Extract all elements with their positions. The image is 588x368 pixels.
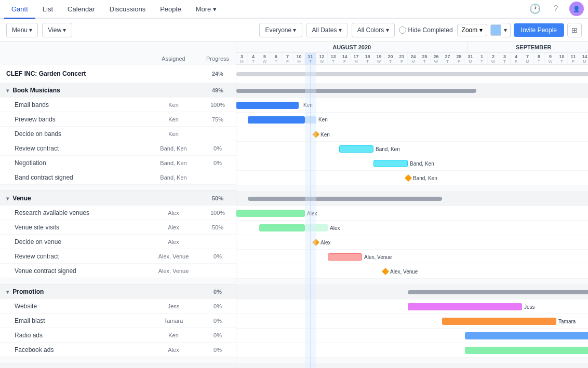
fullscreen-icon[interactable]: ⊞ (567, 23, 582, 37)
invite-people-button[interactable]: Invite People (514, 23, 564, 37)
progress-column-header: Progress (199, 56, 236, 62)
task-assigned-review-contract-m: Band, Ken (148, 145, 199, 152)
day-11: 11T (305, 53, 316, 64)
day-31: 31M (465, 53, 476, 64)
section-row-musicians[interactable]: ▾ Book Musicians 49% (0, 83, 236, 98)
bar-preview-bands-partial (305, 116, 316, 124)
bar-research-venues (236, 210, 305, 217)
avatar[interactable]: 👤 (569, 2, 584, 16)
everyone-filter[interactable]: Everyone ▾ (259, 23, 302, 37)
clock-icon[interactable]: 🕐 (528, 2, 542, 16)
bar-venue-visits-partial (305, 224, 328, 231)
task-progress-website: 0% (199, 303, 236, 309)
task-row-band-contract: Band contract signed Band, Ken (0, 170, 236, 185)
milestone-decide-venue (312, 238, 319, 246)
task-progress-review-contract-v: 0% (199, 253, 236, 260)
task-name-radio-ads: Radio ads (0, 332, 148, 339)
day-10: 10M (293, 53, 305, 64)
section-name-musicians: ▾ Book Musicians (0, 87, 148, 94)
task-name-preview-bands: Preview bands (0, 116, 148, 123)
nav-people[interactable]: People (153, 0, 188, 18)
hide-completed-toggle[interactable]: Hide Completed (399, 26, 453, 34)
bar-negotiation (373, 160, 408, 167)
nav-list[interactable]: List (35, 0, 60, 18)
gantt-decide-bands: Ken (236, 127, 588, 142)
day-19: 19W (373, 53, 385, 64)
section-name-venue: ▾ Venue (0, 195, 148, 202)
bar-review-contract-m (339, 145, 373, 153)
task-name-review-contract-m: Review contract (0, 145, 148, 152)
zoom-control[interactable]: Zoom ▾ (457, 24, 487, 36)
day-20: 20T (385, 53, 396, 64)
menu-button[interactable]: Menu ▾ (6, 23, 38, 37)
nav-discussions[interactable]: Discussions (102, 0, 153, 18)
task-row-decide-venue: Decide on venue Alex (0, 235, 236, 249)
day-7: 7F (282, 53, 293, 64)
day-21: 21F (396, 53, 408, 64)
colors-filter[interactable]: All Colors ▾ (352, 23, 395, 37)
task-progress-email-bands: 100% (199, 102, 236, 108)
task-row-decide-bands: Decide on bands Ken (0, 127, 236, 141)
label-preview-bands: Ken (318, 117, 328, 122)
bar-facebook-ads (465, 347, 588, 354)
day-3: 3M (236, 53, 248, 64)
task-name-website: Website (0, 303, 148, 310)
gantt-research-venues: Alex (236, 206, 588, 221)
task-assigned-radio-ads: Ken (148, 332, 199, 338)
month-row: AUGUST 2020 SEPTEMBER (236, 42, 588, 53)
gantt-content: AUGUST 2020 SEPTEMBER 3M 4T 5W 6T 7F 10M… (236, 42, 588, 368)
gantt-section-musicians (236, 84, 588, 98)
gantt-preview-bands: Ken (236, 113, 588, 127)
sep-day-1: 1T (476, 53, 488, 64)
nav-calendar[interactable]: Calendar (60, 0, 102, 18)
sep-day-4: 4F (511, 53, 522, 64)
sep-day-3: 3T (499, 53, 511, 64)
task-progress-negotiation: 0% (199, 160, 236, 166)
label-review-contract-m: Band, Ken (376, 146, 400, 152)
nav-gantt[interactable]: Gantt (4, 0, 35, 19)
color-picker[interactable] (490, 24, 502, 36)
task-progress-research-venues: 100% (199, 210, 236, 216)
day-5: 5W (259, 53, 271, 64)
task-progress-preview-bands: 75% (199, 116, 236, 122)
gantt-venue-contract: Alex, Venue (236, 264, 588, 279)
section-progress-venue: 50% (199, 195, 236, 201)
day-26: 26W (431, 53, 442, 64)
section-row-tickets[interactable]: ▾ Tickets 0% (0, 363, 236, 368)
section-row-venue[interactable]: ▾ Venue 50% (0, 191, 236, 206)
gantt-venue-visits: Alex (236, 221, 588, 235)
project-name: CLEF INC: Garden Concert (0, 70, 148, 77)
task-progress-review-contract-m: 0% (199, 145, 236, 152)
task-name-email-blast: Email blast (0, 317, 148, 324)
task-assigned-research-venues: Alex (148, 210, 199, 216)
task-assigned-review-contract-v: Alex, Venue (148, 253, 199, 260)
task-name-decide-venue: Decide on venue (0, 238, 148, 246)
sep-day-8: 8T (533, 53, 545, 64)
label-research-venues: Alex (307, 210, 317, 216)
dates-filter[interactable]: All Dates ▾ (306, 23, 348, 37)
bar-review-contract-v (328, 253, 362, 261)
task-name-decide-bands: Decide on bands (0, 130, 148, 138)
bar-radio-ads (465, 332, 588, 339)
spacer-3 (0, 357, 236, 363)
venue-section-bar (248, 197, 442, 201)
project-progress: 24% (199, 71, 236, 77)
task-row-email-bands: Email bands Ken 100% (0, 98, 236, 112)
nav-more[interactable]: More ▾ (189, 0, 224, 18)
gantt-email-bands: Ken (236, 98, 588, 113)
label-email-bands: Ken (301, 102, 315, 108)
day-4: 4T (248, 53, 259, 64)
help-icon[interactable]: ? (549, 2, 563, 16)
sep-day-9: 9W (545, 53, 556, 64)
gantt-negotiation: Band, Ken (236, 156, 588, 171)
section-row-promotion[interactable]: ▾ Promotion 0% (0, 284, 236, 299)
task-name-email-bands: Email bands (0, 101, 148, 108)
color-box-arrow[interactable]: ▾ (501, 23, 511, 37)
label-website: Jess (524, 304, 535, 309)
section-name-promotion: ▾ Promotion (0, 288, 148, 295)
gantt-radio-ads: Ken (236, 329, 588, 343)
gantt-website: Jess (236, 299, 588, 314)
view-button[interactable]: View ▾ (42, 23, 72, 37)
task-row-preview-bands: Preview bands Ken 75% (0, 112, 236, 127)
label-review-contract-v: Alex, Venue (364, 254, 392, 260)
